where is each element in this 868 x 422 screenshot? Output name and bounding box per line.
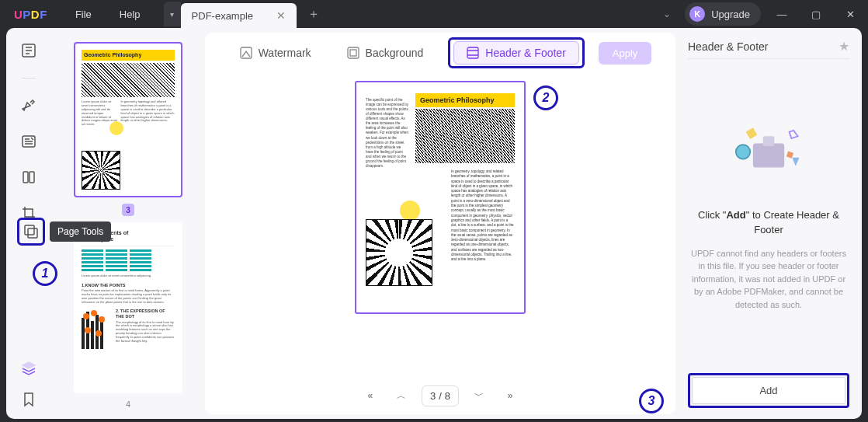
page-tools-tooltip: Page Tools bbox=[50, 221, 111, 242]
empty-illustration bbox=[688, 96, 849, 197]
tab-background[interactable]: Background bbox=[336, 42, 435, 64]
preview-image bbox=[366, 219, 432, 286]
annotation-2: 2 bbox=[533, 85, 558, 110]
layers-icon[interactable] bbox=[20, 360, 37, 377]
menu-file[interactable]: File bbox=[61, 9, 106, 20]
page-badge: 3 bbox=[122, 204, 134, 216]
annotation-1: 1 bbox=[33, 261, 57, 286]
first-page-button[interactable]: « bbox=[359, 385, 381, 406]
document-tab[interactable]: PDF-example ✕ bbox=[181, 3, 297, 28]
svg-rect-8 bbox=[753, 143, 784, 167]
favorite-icon[interactable]: ★ bbox=[838, 39, 849, 54]
maximize-button[interactable]: ▢ bbox=[803, 3, 829, 25]
chevron-down-icon[interactable]: ⌄ bbox=[657, 9, 677, 19]
edit-text-icon[interactable] bbox=[20, 133, 37, 150]
apply-button[interactable]: Apply bbox=[599, 42, 652, 65]
page-number: 4 bbox=[57, 399, 199, 409]
svg-rect-11 bbox=[786, 151, 793, 158]
top-tabs: Watermark Background Header & Footer App… bbox=[205, 33, 675, 73]
upgrade-button[interactable]: K Upgrade bbox=[685, 2, 761, 26]
preview-image bbox=[415, 109, 515, 163]
organize-icon[interactable] bbox=[20, 169, 37, 186]
page-input[interactable]: 3 / 8 bbox=[422, 385, 459, 406]
svg-rect-7 bbox=[467, 47, 478, 58]
thumb-title: Geometric Philosophy bbox=[82, 50, 175, 61]
close-tab-icon[interactable]: ✕ bbox=[276, 9, 286, 22]
preview-text: The specific point of the image can be e… bbox=[366, 98, 409, 169]
background-icon bbox=[347, 47, 359, 59]
header-footer-panel: Header & Footer ★ Click "Add" to Create … bbox=[675, 28, 862, 419]
bookmark-icon[interactable] bbox=[20, 391, 37, 408]
reader-icon[interactable] bbox=[20, 42, 37, 59]
tab-header-footer[interactable]: Header & Footer bbox=[453, 41, 579, 65]
cta-text: Click "Add" to Create Header & Footer bbox=[688, 208, 849, 238]
next-page-button[interactable]: ﹀ bbox=[468, 385, 490, 406]
header-footer-icon bbox=[467, 47, 479, 59]
page-thumbnail[interactable]: Basic Elements of Plane Space Lorem ipsu… bbox=[74, 222, 182, 393]
avatar: K bbox=[689, 6, 705, 22]
watermark-icon bbox=[240, 47, 252, 59]
tab-watermark[interactable]: Watermark bbox=[229, 42, 322, 64]
preview-text: In geometry, topology, and related branc… bbox=[451, 169, 515, 263]
svg-rect-13 bbox=[28, 228, 37, 238]
tab-header-footer-highlight: Header & Footer bbox=[448, 37, 585, 68]
add-tab-button[interactable]: ＋ bbox=[307, 6, 320, 23]
preview-banner: Geometric Philosophy bbox=[415, 93, 515, 107]
tab-handle[interactable]: ▾ bbox=[164, 2, 181, 26]
page-tools-icon[interactable] bbox=[17, 218, 45, 246]
svg-rect-12 bbox=[25, 225, 34, 235]
description-text: UPDF cannot find any headers or footers … bbox=[688, 247, 849, 312]
page-preview[interactable]: The specific point of the image can be e… bbox=[355, 81, 526, 314]
pager: « ︿ 3 / 8 ﹀ » bbox=[205, 377, 675, 414]
prev-page-button[interactable]: ︿ bbox=[391, 385, 412, 406]
svg-rect-9 bbox=[763, 136, 775, 146]
tab-title: PDF-example bbox=[192, 10, 253, 22]
add-button[interactable]: Add bbox=[692, 377, 845, 404]
panel-title: Header & Footer bbox=[688, 40, 769, 53]
svg-rect-2 bbox=[23, 172, 28, 183]
last-page-button[interactable]: » bbox=[499, 385, 521, 406]
menu-help[interactable]: Help bbox=[106, 9, 155, 20]
highlight-icon[interactable] bbox=[20, 97, 37, 114]
svg-rect-6 bbox=[350, 50, 356, 56]
svg-rect-3 bbox=[30, 172, 34, 183]
svg-point-10 bbox=[736, 145, 750, 159]
annotation-3: 3 bbox=[639, 389, 664, 413]
upgrade-label: Upgrade bbox=[711, 9, 750, 20]
add-button-highlight: Add bbox=[688, 373, 849, 408]
app-logo: UPDF bbox=[0, 8, 61, 21]
svg-rect-5 bbox=[348, 47, 359, 58]
page-thumbnail[interactable]: Geometric Philosophy Lorem ipsum dolor s… bbox=[74, 42, 182, 197]
minimize-button[interactable]: — bbox=[769, 3, 795, 25]
close-window-button[interactable]: ✕ bbox=[837, 3, 863, 25]
